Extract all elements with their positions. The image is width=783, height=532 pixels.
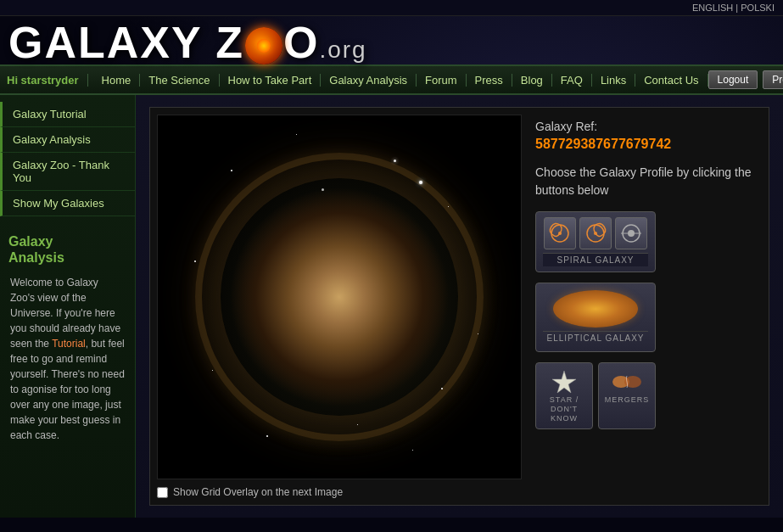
galaxy-choose-text: Choose the Galaxy Profile by clicking th… bbox=[535, 164, 762, 199]
logo-galaxy: GALAXY Z bbox=[8, 18, 244, 67]
spiral-galaxy-button[interactable]: SPIRAL GALAXY bbox=[535, 211, 656, 272]
nav-analysis[interactable]: Galaxy Analysis bbox=[321, 74, 417, 87]
mergers-button[interactable]: MERGERS bbox=[598, 362, 656, 428]
nav-contact[interactable]: Contact Us bbox=[635, 74, 707, 87]
logout-button[interactable]: Logout bbox=[708, 70, 758, 89]
profile-button[interactable]: Profile bbox=[763, 70, 783, 89]
galaxy-ref-label: Galaxy Ref: bbox=[535, 120, 762, 133]
spiral-edgeon-icon bbox=[615, 217, 647, 249]
english-link[interactable]: ENGLISH bbox=[692, 3, 733, 13]
sidebar-section-analysis: Galaxy Analysis Welcome to Galaxy Zoo's … bbox=[8, 233, 126, 442]
galaxy-info: Galaxy Ref: 587729387677679742 Choose th… bbox=[532, 115, 762, 479]
lang-separator: | bbox=[735, 3, 738, 13]
logo-org: .org bbox=[319, 36, 366, 63]
spiral-galaxy-label: SPIRAL GALAXY bbox=[543, 253, 648, 266]
sidebar-item-tutorial[interactable]: Galaxy Tutorial bbox=[0, 102, 135, 127]
nav-science[interactable]: The Science bbox=[140, 74, 219, 87]
language-bar: ENGLISH | POLSKI bbox=[0, 0, 783, 16]
nav-howto[interactable]: How to Take Part bbox=[220, 74, 322, 87]
nav-auth-buttons: Logout Profile bbox=[708, 70, 783, 89]
nav-press[interactable]: Press bbox=[467, 74, 512, 87]
site-header: GALAXY ZO.org bbox=[0, 16, 783, 64]
spiral-anti-icon bbox=[579, 217, 612, 249]
sidebar-item-mygalaxies[interactable]: Show My Galaxies bbox=[0, 191, 135, 216]
svg-marker-7 bbox=[552, 371, 576, 393]
star-icon bbox=[546, 368, 582, 395]
nav-home[interactable]: Home bbox=[93, 74, 141, 87]
svg-point-1 bbox=[558, 232, 562, 235]
nav-bar: Hi starstryder Home The Science How to T… bbox=[0, 64, 783, 95]
nav-links[interactable]: Links bbox=[592, 74, 635, 87]
merger-icon bbox=[609, 368, 645, 395]
galaxy-background bbox=[158, 115, 521, 479]
nav-blog[interactable]: Blog bbox=[512, 74, 552, 87]
galaxy-panel: Galaxy Ref: 587729387677679742 Choose th… bbox=[149, 107, 769, 506]
sidebar: Galaxy Tutorial Galaxy Analysis Galaxy Z… bbox=[0, 95, 136, 518]
bottom-buttons: STAR / DON'T KNOW MERGERS bbox=[535, 362, 762, 428]
user-greeting: Hi starstryder bbox=[7, 74, 88, 87]
nav-links: Home The Science How to Take Part Galaxy… bbox=[93, 74, 708, 87]
grid-overlay-label[interactable]: Show Grid Overlay on the next Image bbox=[173, 486, 343, 498]
galaxy-image-container: Galaxy Ref: 587729387677679742 Choose th… bbox=[157, 115, 762, 479]
svg-point-3 bbox=[594, 232, 597, 235]
elliptical-oval bbox=[553, 290, 638, 328]
sidebar-section-title: Galaxy Analysis bbox=[8, 233, 126, 266]
grid-overlay-checkbox[interactable] bbox=[157, 487, 168, 498]
sidebar-item-thankyou[interactable]: Galaxy Zoo - Thank You bbox=[0, 153, 135, 191]
content-area: Galaxy Ref: 587729387677679742 Choose th… bbox=[136, 95, 783, 518]
sidebar-item-analysis[interactable]: Galaxy Analysis bbox=[0, 127, 135, 153]
main-layout: Galaxy Tutorial Galaxy Analysis Galaxy Z… bbox=[0, 95, 783, 518]
site-logo[interactable]: GALAXY ZO.org bbox=[8, 20, 367, 64]
galaxy-ref-value: 587729387677679742 bbox=[535, 137, 762, 152]
logo-o2: O bbox=[283, 18, 319, 67]
polski-link[interactable]: POLSKI bbox=[741, 3, 775, 13]
elliptical-galaxy-button[interactable]: ELLIPTICAL GALAXY bbox=[535, 283, 656, 352]
mergers-label: MERGERS bbox=[605, 395, 650, 405]
sidebar-description: Welcome to Galaxy Zoo's view of the Univ… bbox=[8, 275, 126, 443]
nav-forum[interactable]: Forum bbox=[417, 74, 467, 87]
star-dontknow-button[interactable]: STAR / DON'T KNOW bbox=[535, 362, 593, 428]
star-label: STAR / DON'T KNOW bbox=[543, 395, 585, 423]
tutorial-link[interactable]: Tutorial bbox=[52, 338, 86, 350]
galaxy-image bbox=[157, 115, 522, 479]
galaxy-ring bbox=[195, 153, 484, 441]
spiral-icons-row bbox=[544, 217, 647, 249]
spiral-galaxy-group: SPIRAL GALAXY bbox=[535, 211, 762, 272]
elliptical-galaxy-label: ELLIPTICAL GALAXY bbox=[543, 331, 648, 344]
spiral-clock-icon bbox=[544, 217, 576, 249]
grid-overlay-row: Show Grid Overlay on the next Image bbox=[157, 486, 343, 498]
nav-faq[interactable]: FAQ bbox=[552, 74, 592, 87]
